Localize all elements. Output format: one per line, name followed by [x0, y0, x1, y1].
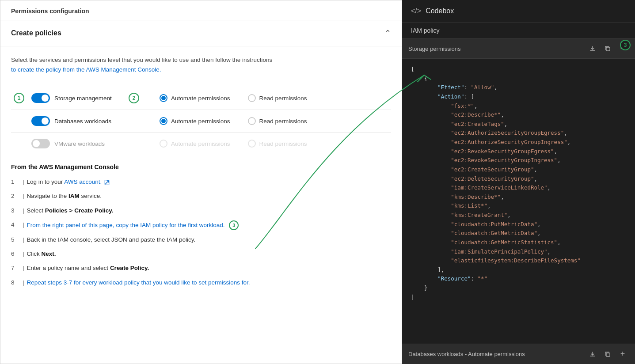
- databases-read-radio-circle: [248, 117, 256, 125]
- aws-console-link[interactable]: to create the policy from the AWS Manage…: [11, 66, 161, 73]
- svg-rect-2: [606, 353, 610, 356]
- bottom-add-button[interactable]: +: [616, 348, 629, 360]
- permissions-table: 1 Storage management 2 Automate permissi…: [11, 87, 391, 155]
- databases-label: Databases workloads: [54, 118, 111, 125]
- step-8: 8 | Repeat steps 3-7 for every workload …: [11, 278, 391, 287]
- storage-read-radio-circle: [248, 94, 256, 102]
- step-5: 5 | Back in the IAM console, select JSON…: [11, 235, 391, 244]
- storage-automate-radio-circle: [160, 94, 167, 102]
- codebox-header: </> Codebox: [402, 0, 635, 23]
- section-header: Create policies ⌃: [0, 20, 402, 46]
- databases-automate-radio[interactable]: Automate permissions: [160, 117, 230, 125]
- step-badge-3-right: 3: [620, 40, 631, 50]
- step4-link[interactable]: From the right panel of this page, copy …: [27, 222, 225, 228]
- create-policies-title: Create policies: [11, 29, 61, 37]
- vmware-toggle[interactable]: [31, 139, 50, 148]
- options-col-databases: Automate permissions Read permissions: [126, 117, 391, 125]
- step-badge-2: 2: [129, 93, 139, 103]
- step-6: 6 | Click Next.: [11, 250, 391, 258]
- storage-automate-radio[interactable]: Automate permissions: [160, 94, 230, 102]
- bottom-download-button[interactable]: [586, 348, 599, 360]
- databases-read-label: Read permissions: [259, 118, 307, 125]
- options-col-storage: 2 Automate permissions Read permissions: [126, 93, 391, 103]
- vmware-automate-radio: Automate permissions: [160, 140, 230, 148]
- vmware-read-radio: Read permissions: [248, 140, 307, 148]
- vmware-read-radio-circle: [248, 140, 256, 148]
- databases-read-radio[interactable]: Read permissions: [248, 117, 307, 125]
- storage-block-header: Storage permissions −: [402, 38, 635, 59]
- annotation-col-2: 2: [126, 93, 142, 103]
- download-button[interactable]: [586, 42, 599, 55]
- storage-block-label: Storage permissions: [408, 46, 461, 52]
- bottom-tab-label: Databases workloads - Automate permissio…: [408, 351, 583, 357]
- description-text: Select the services and permissions leve…: [11, 55, 391, 74]
- vmware-read-label: Read permissions: [259, 140, 307, 147]
- codebox-icon: </>: [411, 7, 421, 15]
- vmware-automate-label: Automate permissions: [171, 140, 230, 147]
- page-title: Permissions configuration: [0, 0, 402, 20]
- storage-toggle[interactable]: [31, 93, 50, 103]
- service-col-vmware: VMware workloads: [11, 139, 126, 148]
- step-2: 2 | Navigate to the IAM service.: [11, 192, 391, 201]
- bottom-copy-button[interactable]: [601, 348, 614, 360]
- storage-label: Storage management: [54, 95, 112, 102]
- storage-read-radio[interactable]: Read permissions: [248, 94, 307, 102]
- service-col-storage: 1 Storage management: [11, 93, 126, 103]
- step-badge-1: 1: [14, 93, 24, 103]
- options-col-vmware: Automate permissions Read permissions: [126, 140, 391, 148]
- permissions-row-vmware: VMware workloads Automate permissions Re…: [11, 132, 391, 155]
- instructions-title: From the AWS Management Console: [11, 163, 391, 171]
- collapse-chevron-icon[interactable]: ⌃: [384, 28, 391, 38]
- step-1: 1 | Log in to your AWS account.: [11, 178, 391, 186]
- annotation-col: 1: [11, 93, 27, 103]
- service-col-databases: Databases workloads: [11, 116, 126, 126]
- bottom-tab-bar: Databases workloads - Automate permissio…: [402, 344, 635, 364]
- storage-read-label: Read permissions: [259, 95, 307, 102]
- copy-button[interactable]: [601, 42, 614, 55]
- vmware-label: VMware workloads: [54, 140, 105, 147]
- section-content: Select the services and permissions leve…: [0, 46, 402, 163]
- databases-toggle[interactable]: [31, 116, 50, 126]
- storage-automate-label: Automate permissions: [171, 95, 230, 102]
- codebox-title: Codebox: [426, 7, 454, 15]
- databases-automate-label: Automate permissions: [171, 118, 230, 125]
- svg-rect-1: [606, 47, 610, 51]
- aws-account-link[interactable]: AWS account.: [64, 178, 102, 185]
- vmware-automate-radio-circle: [160, 140, 167, 148]
- bottom-tab-actions: +: [586, 348, 629, 360]
- step-4: 4 | From the right panel of this page, c…: [11, 220, 391, 230]
- code-content[interactable]: [ { "Effect": "Allow", "Action": [ "fsx:…: [402, 59, 635, 344]
- permissions-row-databases: Databases workloads Automate permissions…: [11, 110, 391, 132]
- step-3: 3 | Select Policies > Create Policy.: [11, 206, 391, 215]
- left-panel: Permissions configuration Create policie…: [0, 0, 402, 364]
- step-7: 7 | Enter a policy name and select Creat…: [11, 264, 391, 273]
- step-badge-3-left: 3: [229, 220, 239, 230]
- right-panel: </> Codebox IAM policy 3 Storage permiss…: [402, 0, 635, 364]
- external-link-icon: [104, 180, 110, 185]
- code-block-section: Storage permissions − [ { "Effect": "All…: [402, 38, 635, 344]
- instructions-section: From the AWS Management Console 1 | Log …: [0, 163, 402, 303]
- step8-link[interactable]: Repeat steps 3-7 for every workload poli…: [27, 279, 250, 286]
- permissions-row-storage: 1 Storage management 2 Automate permissi…: [11, 87, 391, 110]
- iam-policy-label: IAM policy: [402, 23, 635, 38]
- databases-automate-radio-circle: [160, 117, 167, 125]
